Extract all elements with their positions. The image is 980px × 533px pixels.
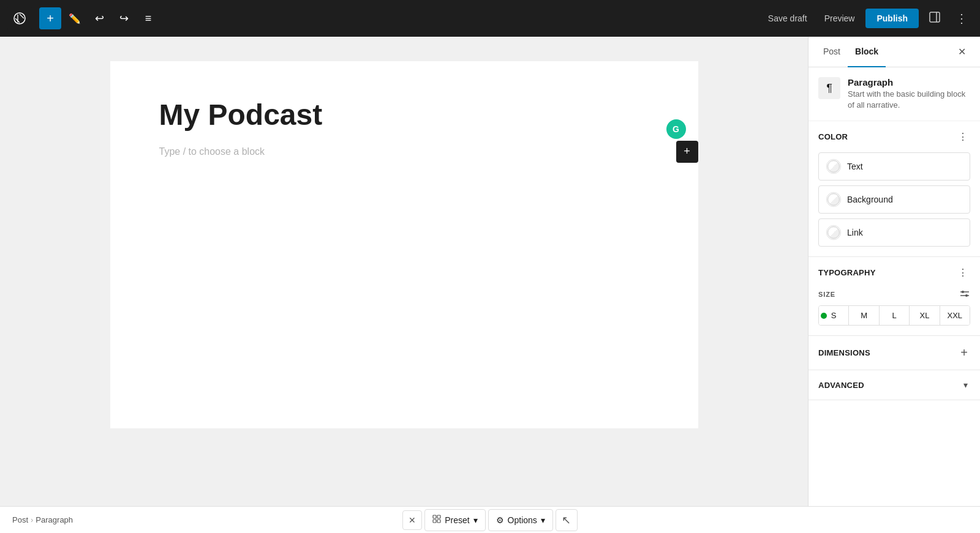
sidebar-icon (929, 11, 941, 26)
block-row: G Type / to choose a block + (159, 144, 649, 160)
toolbar-right: Save draft Preview Publish ⋮ (762, 7, 973, 29)
main-area: My Podcast G Type / to choose a block + … (0, 37, 980, 506)
pencil-icon: ✏️ (69, 13, 81, 24)
undo-icon: ↩ (95, 12, 104, 25)
dimensions-add-button[interactable]: + (958, 345, 970, 361)
color-section-actions: ⋮ (956, 130, 970, 144)
svg-point-6 (965, 294, 968, 297)
link-color-label: Link (847, 228, 863, 237)
color-option-link[interactable]: Link (818, 218, 970, 247)
bg-swatch-inner (827, 193, 840, 206)
color-option-background[interactable]: Background (818, 185, 970, 214)
tab-post[interactable]: Post (816, 37, 848, 67)
redo-icon: ↪ (119, 12, 129, 25)
close-sidebar-button[interactable]: ✕ (951, 41, 973, 63)
text-color-swatch (826, 159, 841, 174)
editor-content: My Podcast G Type / to choose a block + (110, 61, 698, 428)
plus-icon-inline: + (684, 143, 690, 160)
bottom-center-controls: ✕ Preset ▾ ⚙ Options ▾ ↖ (402, 509, 578, 531)
advanced-section: Advanced ▾ (809, 370, 980, 400)
size-xxl-button[interactable]: XXL (940, 306, 970, 325)
post-title[interactable]: My Podcast (159, 98, 649, 132)
grammarly-icon[interactable]: G (666, 119, 686, 139)
advanced-chevron-icon[interactable]: ▾ (961, 379, 970, 391)
close-icon: ✕ (409, 515, 416, 525)
edit-tool-button[interactable]: ✏️ (64, 7, 86, 29)
typography-section-actions: ⋮ (956, 266, 970, 280)
options-label: Options (508, 515, 537, 525)
color-section-title: Color (818, 132, 848, 141)
redo-button[interactable]: ↪ (113, 7, 135, 29)
editor-canvas: My Podcast G Type / to choose a block + (0, 37, 808, 506)
block-details: Paragraph Start with the basic building … (848, 77, 970, 111)
size-m-button[interactable]: M (849, 306, 879, 325)
size-xl-button[interactable]: XL (910, 306, 940, 325)
preview-button[interactable]: Preview (818, 10, 861, 27)
more-bottom-button[interactable]: ↖ (556, 509, 578, 531)
options-button[interactable]: ⚙ Options ▾ (488, 509, 553, 531)
size-options-wrapper: S M L XL XXL (818, 305, 970, 326)
block-name: Paragraph (848, 77, 970, 88)
placeholder-text: Type / to choose a block (159, 144, 265, 160)
block-info: ¶ Paragraph Start with the basic buildin… (809, 67, 980, 121)
size-l-button[interactable]: L (880, 306, 910, 325)
breadcrumb-post[interactable]: Post (12, 515, 28, 524)
sidebar-tabs: Post Block ✕ (809, 37, 980, 67)
dimensions-section-header[interactable]: Dimensions + (809, 336, 980, 370)
advanced-section-actions: ▾ (961, 379, 970, 391)
vertical-dots-icon: ⋮ (956, 11, 968, 26)
svg-rect-1 (930, 12, 940, 22)
block-placeholder[interactable]: Type / to choose a block + (159, 144, 649, 160)
bottom-bar: Post › Paragraph ✕ Preset ▾ ⚙ Options ▾ (0, 506, 980, 533)
preset-button[interactable]: Preset ▾ (424, 509, 485, 531)
block-description: Start with the basic building block of a… (848, 89, 970, 111)
sidebar-toggle-button[interactable] (924, 7, 946, 29)
typography-content: SIZE S M L (809, 288, 980, 335)
svg-rect-8 (437, 515, 440, 518)
color-options: Text Background Link (809, 152, 980, 256)
size-label: SIZE (818, 288, 970, 300)
options-chevron-icon: ▾ (541, 515, 545, 525)
size-adjust-icon[interactable] (959, 288, 970, 300)
dimensions-section: Dimensions + (809, 336, 980, 370)
text-color-label: Text (847, 162, 863, 171)
tools-button[interactable]: ≡ (137, 7, 159, 29)
gear-icon: ⚙ (496, 515, 504, 525)
save-draft-button[interactable]: Save draft (762, 10, 813, 27)
link-swatch-inner (827, 226, 840, 239)
add-block-button[interactable]: + (39, 7, 61, 29)
list-icon: ≡ (145, 12, 152, 25)
advanced-section-title: Advanced (818, 381, 864, 390)
breadcrumb-paragraph[interactable]: Paragraph (36, 515, 73, 524)
typography-section-header[interactable]: Typography ⋮ (809, 257, 980, 288)
typography-section-more-button[interactable]: ⋮ (956, 266, 970, 280)
background-color-label: Background (847, 195, 893, 204)
main-toolbar: + ✏️ ↩ ↪ ≡ Save draft Preview Publish ⋮ (0, 0, 980, 37)
breadcrumb: Post › Paragraph (12, 515, 73, 524)
svg-rect-7 (433, 515, 436, 518)
preset-label: Preset (445, 515, 469, 525)
wp-logo[interactable] (7, 6, 32, 31)
typography-section-title: Typography (818, 268, 876, 277)
paragraph-block-icon: ¶ (818, 77, 840, 99)
typography-section: Typography ⋮ SIZE (809, 257, 980, 336)
close-block-button[interactable]: ✕ (402, 510, 422, 530)
size-label-text: SIZE (818, 291, 835, 298)
tab-block[interactable]: Block (848, 37, 886, 67)
color-section-more-button[interactable]: ⋮ (956, 130, 970, 144)
svg-point-5 (962, 291, 964, 293)
dimensions-section-actions: + (958, 345, 970, 361)
color-option-text[interactable]: Text (818, 152, 970, 181)
preset-icon (432, 515, 441, 525)
cursor-icon: ↖ (562, 513, 571, 527)
undo-button[interactable]: ↩ (88, 7, 110, 29)
svg-rect-9 (433, 520, 436, 523)
dimensions-section-title: Dimensions (818, 348, 870, 357)
add-block-inline-button[interactable]: + (676, 141, 698, 163)
swatch-inner (827, 160, 840, 173)
color-section-header[interactable]: Color ⋮ (809, 121, 980, 152)
more-options-button[interactable]: ⋮ (951, 7, 973, 29)
publish-button[interactable]: Publish (865, 9, 919, 28)
advanced-section-header[interactable]: Advanced ▾ (809, 370, 980, 400)
preset-chevron-icon: ▾ (473, 515, 478, 525)
